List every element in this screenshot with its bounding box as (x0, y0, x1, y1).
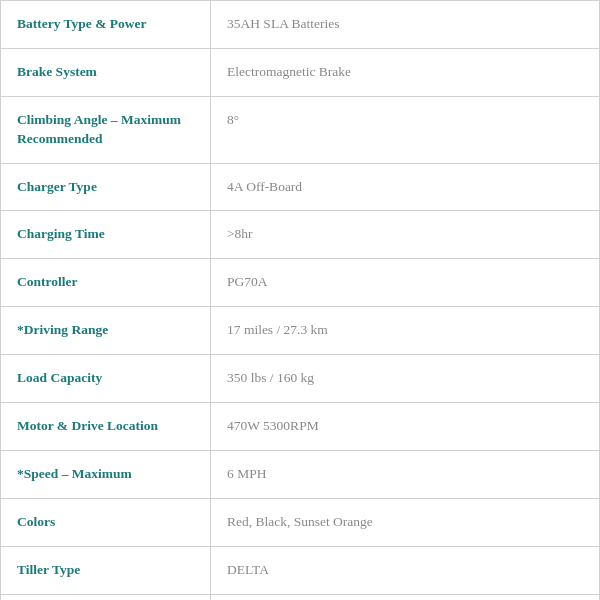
spec-label: Throttle Control Type (1, 595, 211, 600)
spec-value: Wigwag (211, 595, 599, 600)
table-row: Motor & Drive Location470W 5300RPM (1, 403, 599, 451)
spec-label: *Speed – Maximum (1, 451, 211, 498)
table-row: Climbing Angle – Maximum Recommended8° (1, 97, 599, 164)
spec-value: PG70A (211, 259, 599, 306)
spec-label: Charger Type (1, 164, 211, 211)
table-row: Throttle Control TypeWigwag (1, 595, 599, 600)
table-row: Battery Type & Power35AH SLA Batteries (1, 1, 599, 49)
table-row: Load Capacity350 lbs / 160 kg (1, 355, 599, 403)
spec-value: 4A Off-Board (211, 164, 599, 211)
table-row: *Driving Range17 miles / 27.3 km (1, 307, 599, 355)
table-row: ControllerPG70A (1, 259, 599, 307)
spec-label: *Driving Range (1, 307, 211, 354)
spec-value: >8hr (211, 211, 599, 258)
spec-label: Brake System (1, 49, 211, 96)
specs-table: Battery Type & Power35AH SLA BatteriesBr… (0, 0, 600, 600)
spec-value: Electromagnetic Brake (211, 49, 599, 96)
table-row: Tiller TypeDELTA (1, 547, 599, 595)
table-row: Charger Type4A Off-Board (1, 164, 599, 212)
spec-value: Red, Black, Sunset Orange (211, 499, 599, 546)
spec-label: Controller (1, 259, 211, 306)
spec-value: DELTA (211, 547, 599, 594)
spec-value: 470W 5300RPM (211, 403, 599, 450)
spec-label: Climbing Angle – Maximum Recommended (1, 97, 211, 163)
spec-value: 17 miles / 27.3 km (211, 307, 599, 354)
spec-label: Motor & Drive Location (1, 403, 211, 450)
spec-label: Battery Type & Power (1, 1, 211, 48)
spec-value: 8° (211, 97, 599, 163)
table-row: *Speed – Maximum6 MPH (1, 451, 599, 499)
spec-value: 350 lbs / 160 kg (211, 355, 599, 402)
table-row: Charging Time>8hr (1, 211, 599, 259)
spec-label: Charging Time (1, 211, 211, 258)
spec-label: Tiller Type (1, 547, 211, 594)
table-row: ColorsRed, Black, Sunset Orange (1, 499, 599, 547)
spec-label: Load Capacity (1, 355, 211, 402)
spec-value: 6 MPH (211, 451, 599, 498)
table-row: Brake SystemElectromagnetic Brake (1, 49, 599, 97)
spec-value: 35AH SLA Batteries (211, 1, 599, 48)
spec-label: Colors (1, 499, 211, 546)
